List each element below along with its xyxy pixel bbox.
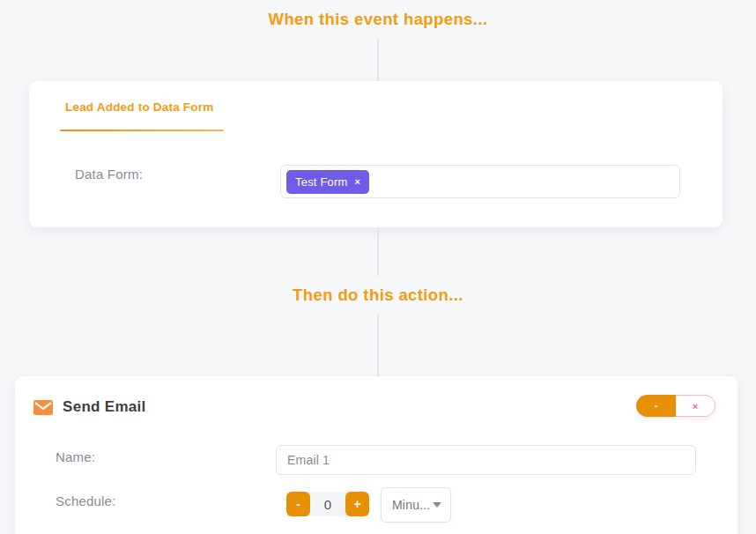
connector-line (377, 227, 379, 276)
name-label: Name: (56, 449, 95, 464)
tab-lead-added-to-data-form[interactable]: Lead Added to Data Form (61, 100, 218, 124)
chevron-down-icon (433, 502, 441, 508)
collapse-card-button[interactable]: - (636, 395, 676, 417)
workflow-builder-page: When this event happens... Lead Added to… (0, 0, 756, 534)
event-card: Lead Added to Data Form Data Form: Test … (29, 81, 723, 227)
action-section-heading: Then do this action... (0, 286, 756, 305)
data-form-multiselect-input[interactable]: Test Form × (280, 165, 680, 198)
connector-line (377, 315, 379, 376)
connector-line (377, 39, 379, 81)
remove-tag-icon[interactable]: × (355, 177, 361, 187)
card-header-controls: - × (636, 395, 715, 417)
event-section-heading: When this event happens... (0, 10, 756, 29)
envelope-icon (33, 400, 53, 415)
remove-card-button[interactable]: × (676, 395, 715, 417)
selected-form-tag-label: Test Form (295, 175, 348, 189)
schedule-value: 0 (310, 497, 345, 512)
tab-active-underline (60, 130, 224, 131)
selected-form-tag: Test Form × (286, 170, 369, 194)
data-form-label: Data Form: (75, 167, 143, 182)
schedule-stepper: - 0 + (286, 492, 369, 516)
email-name-input[interactable] (276, 445, 696, 475)
action-card: Send Email - × Name: Schedule: - 0 + Min… (15, 376, 737, 534)
increment-button[interactable]: + (345, 492, 369, 516)
decrement-button[interactable]: - (286, 492, 310, 516)
schedule-unit-value: Minu... (392, 498, 430, 512)
schedule-unit-dropdown[interactable]: Minu... (381, 487, 451, 523)
schedule-label: Schedule: (56, 493, 116, 508)
action-card-title: Send Email (63, 398, 146, 416)
